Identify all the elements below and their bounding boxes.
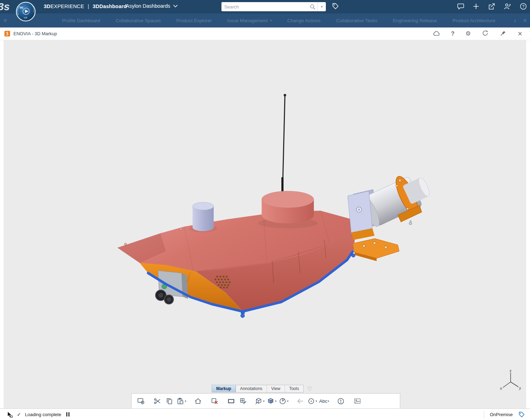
caret-down-icon[interactable]: ▾ (263, 400, 264, 403)
3ds-compass-logo[interactable]: 3D V,R (16, 1, 36, 22)
nav-list-icon[interactable]: ≡ (523, 17, 526, 24)
search-icon[interactable] (310, 4, 316, 10)
rectangle-markup-button[interactable] (225, 395, 237, 407)
nav-item-product-architecture[interactable]: Product Architecture (452, 18, 495, 23)
nav-item-issue-management[interactable]: Issue Management ▾ (227, 18, 272, 23)
caret-down-icon[interactable]: ▾ (185, 400, 186, 403)
section-view-button[interactable]: ▾ (254, 395, 266, 407)
brand-3d: 3D (44, 4, 50, 9)
undo-button[interactable] (294, 395, 306, 407)
axis-label-z: z (510, 369, 512, 373)
search-input[interactable] (221, 4, 310, 10)
onpremise-tag-icon[interactable] (518, 411, 525, 418)
caret-down-icon[interactable]: ▾ (287, 400, 288, 403)
home-icon (194, 397, 202, 405)
pin-button[interactable] (500, 30, 507, 38)
selection-cursor-icon[interactable] (6, 411, 13, 418)
help-button[interactable]: ? (519, 2, 527, 11)
share-icon (488, 2, 495, 10)
paste-button[interactable]: ▾ (175, 395, 187, 407)
collaboration-bubble-button[interactable] (457, 2, 464, 11)
capture-screenshot-button[interactable] (135, 395, 147, 407)
paste-icon (176, 397, 184, 405)
measure-button[interactable]: ▾ (278, 395, 290, 407)
loading-status-text: Loading complete (25, 412, 61, 417)
grid-markup-button[interactable] (237, 395, 249, 407)
help-panel-button[interactable]: ? (451, 31, 455, 37)
caret-down-icon[interactable]: ▾ (328, 400, 329, 403)
rectangle-icon (227, 397, 235, 405)
app-header: ENOVIA - 3D Markup ? ⚙ × (0, 27, 530, 40)
nav-overflow-chevron[interactable]: › (514, 17, 516, 24)
chevron-down-icon (173, 5, 178, 8)
caret-down-icon: ▾ (270, 19, 272, 22)
dashboard-selector[interactable]: Asylon Dashboards (126, 3, 178, 9)
close-button[interactable]: × (518, 30, 522, 38)
cloud-icon (432, 30, 440, 37)
app-header-icons: ? ⚙ × (432, 30, 522, 38)
help-icon: ? (519, 2, 527, 10)
text-tool-label: Abc (319, 399, 327, 404)
settings-button[interactable]: ⚙ (465, 31, 471, 37)
caret-down-icon[interactable]: ▾ (316, 400, 317, 403)
tab-view[interactable]: View (267, 385, 285, 392)
circle-tool-icon (307, 397, 315, 405)
copy-button[interactable] (163, 395, 175, 407)
nav-collapse-icon[interactable]: ≡ (4, 17, 7, 24)
cut-button[interactable] (151, 395, 163, 407)
nav-end-icons: › ≡ (514, 17, 526, 24)
delete-markup-button[interactable] (208, 395, 220, 407)
scissors-icon (153, 397, 162, 405)
nav-item-collaborative-tasks[interactable]: Collaborative Tasks (336, 18, 377, 23)
top-bar: 3s 3D V,R 3DEXPERIENCE | 3DDashboard Asy… (0, 0, 530, 13)
3d-viewport[interactable]: z x y Markup Annotations View Tools ♡ (4, 40, 526, 409)
brand-app: 3DDashboard (93, 4, 127, 9)
status-separator (484, 411, 484, 418)
tab-annotations[interactable]: Annotations (236, 385, 267, 392)
caret-down-icon[interactable]: ▾ (275, 400, 276, 403)
user-edit-button[interactable] (504, 2, 511, 11)
status-right: OnPremise (484, 411, 525, 418)
topbar-right-icons: ? (457, 0, 529, 13)
search-options-caret[interactable]: ▾ (317, 2, 326, 11)
onpremise-label: OnPremise (490, 412, 513, 417)
nav-item-collaborative-spaces[interactable]: Collaborative Spaces (116, 18, 161, 23)
home-view-button[interactable] (192, 395, 204, 407)
tag-icon (332, 2, 339, 10)
app-title: ENOVIA - 3D Markup (13, 31, 57, 36)
image-icon (353, 397, 361, 405)
axis-label-y: y (519, 386, 521, 390)
status-bar: ✓ Loading complete OnPremise (0, 408, 530, 420)
pause-icon[interactable] (66, 412, 69, 416)
svg-text:?: ? (522, 4, 524, 8)
issue-button[interactable] (335, 395, 347, 407)
nav-item-profile-dashboard[interactable]: Profile Dashboard (62, 18, 100, 23)
launcher-assembly (348, 167, 436, 261)
favorites-heart-icon[interactable]: ♡ (307, 385, 312, 392)
nav-item-product-explorer[interactable]: Product Explorer (176, 18, 212, 23)
tab-markup[interactable]: Markup (212, 385, 236, 392)
tab-tools[interactable]: Tools (285, 385, 303, 392)
section-cube-icon (255, 397, 263, 405)
nav-item-change-actions[interactable]: Change Actions (287, 18, 321, 23)
ds-swoosh-mark: 3s (0, 1, 10, 13)
brand-title: 3DEXPERIENCE | 3DDashboard (44, 4, 127, 9)
refresh-button[interactable] (482, 30, 489, 38)
add-button[interactable] (473, 3, 480, 11)
refresh-icon (482, 30, 489, 37)
circle-markup-button[interactable]: ▾ (306, 395, 318, 407)
antenna (282, 94, 286, 197)
shaded-cube-icon (267, 397, 275, 405)
check-icon: ✓ (17, 412, 21, 417)
enovia-icon (4, 31, 10, 37)
cloud-button[interactable] (432, 30, 440, 38)
3d-model-drone[interactable] (4, 40, 526, 409)
status-left: ✓ Loading complete (6, 411, 69, 418)
snapshot-image-button[interactable] (351, 395, 363, 407)
nav-item-engineering-release[interactable]: Engineering Release (393, 18, 437, 23)
axis-label-x: x (500, 386, 502, 390)
model-display-button[interactable]: ▾ (266, 395, 278, 407)
share-button[interactable] (488, 2, 495, 11)
tag-button[interactable] (332, 2, 339, 11)
text-markup-button[interactable]: Abc ▾ (318, 395, 330, 407)
